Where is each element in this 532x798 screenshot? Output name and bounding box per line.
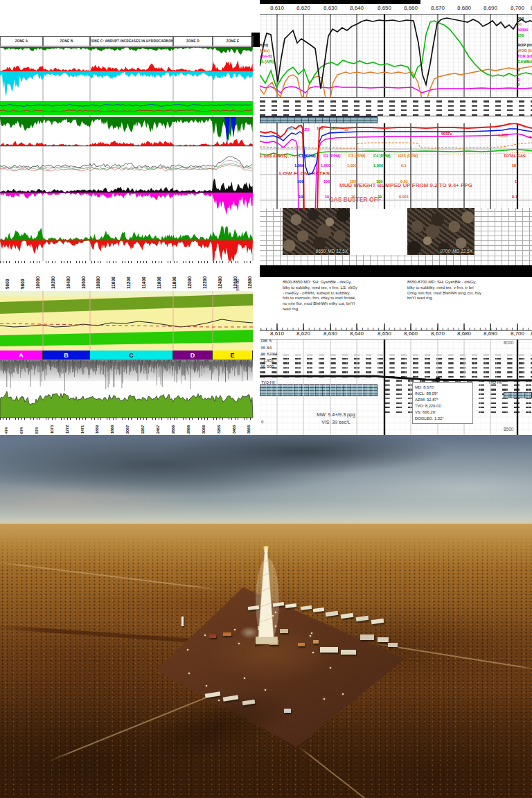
depth-marker-icon: ◄	[318, 0, 323, 4]
md-bottom-8,630: 8,630	[323, 330, 337, 337]
param-label-right: 0	[517, 73, 520, 77]
md-top-8,620: 8,620	[296, 5, 310, 11]
md-bottom-8,700: 8,700	[511, 330, 524, 337]
lag-hatch-band	[260, 97, 532, 116]
track-chromatograph-band	[0, 101, 253, 115]
cuttings-photo-8650: 8650' MD 12.5X	[283, 208, 350, 255]
pad-light	[244, 677, 245, 679]
lower-left-label: M: 500	[261, 364, 274, 369]
survey-line: TVD: 8,229.01'	[415, 403, 470, 409]
cuttings-photo-8700: 8700' MD 12.5X	[407, 208, 475, 255]
md-top-8,690: 8,690	[484, 5, 497, 11]
gas-scale-value: 1,000	[321, 163, 330, 168]
rig-structure	[181, 617, 184, 626]
rig-structure	[341, 650, 356, 655]
gas-scale-value: 0.01	[400, 179, 408, 184]
track-delta-red-down	[0, 240, 253, 263]
md-top-8,650: 8,650	[378, 5, 391, 11]
pad-light	[310, 635, 311, 637]
lower-left-label: M: 62/64	[261, 352, 277, 356]
gas-scale-value: 0.1	[401, 163, 407, 168]
lower-left-label: M: 64	[261, 346, 272, 350]
drilling-derrick	[255, 546, 283, 657]
lower-left-label: 0	[261, 420, 263, 424]
rig-structure	[209, 635, 216, 638]
lower-left-label: : 2,951	[261, 358, 274, 362]
md-bottom-8,620: 8,620	[296, 330, 310, 337]
track-red-shows-2	[0, 139, 253, 146]
lower-left-label: DB: 5	[261, 339, 272, 343]
grid-strip-left	[260, 208, 283, 255]
md-top-8,610: 8,610	[270, 5, 284, 11]
sky	[0, 435, 532, 526]
track-shale-indicator	[0, 47, 253, 55]
param-label-left: GAMMA (API)	[260, 60, 274, 64]
gas-scale-value: 1,000	[373, 163, 383, 168]
gas-curve-name: H2S (PPM)	[398, 154, 418, 158]
aerial-rig-photo	[0, 435, 532, 798]
rock-texture	[407, 208, 475, 255]
track-cyan-porosity	[0, 71, 253, 97]
gas-top-label: 100	[317, 126, 323, 130]
survey-line: DOGLEG: 1.32°	[415, 416, 470, 422]
gas-curve-name: TOTAL GAS	[504, 154, 526, 158]
gas-curve-name: C1 (PPM)	[299, 154, 316, 158]
photo-caption: 8650' MD 12.5X	[316, 249, 348, 254]
rig-structure	[284, 709, 291, 713]
pad-light	[204, 635, 206, 636]
gas-curve-name: C4 (PPM)	[373, 154, 391, 158]
lithology-description-8650-8700: 8650-8700 MD: SH: GyshBlk - drkGy, blky …	[407, 280, 482, 301]
md-bottom-8,610: 8,610	[270, 330, 284, 337]
gas-top-label: 1E5	[330, 126, 337, 130]
gas-top-label: 7	[529, 135, 531, 139]
param-label-left: WOB (klbs)	[260, 48, 269, 53]
pad-light	[311, 632, 312, 634]
track-delta-green-up	[0, 226, 253, 240]
param-label-left: TOR (klbs-ft)	[260, 54, 272, 58]
md-top-8,670: 8,670	[431, 5, 445, 11]
gas-scale-value: 10	[299, 195, 303, 199]
gas-scale-value: 10	[325, 195, 329, 199]
lithology-brick-bar	[260, 116, 378, 123]
param-label-right: 50	[517, 22, 522, 26]
param-label-left: ROP (ft/hr)	[260, 43, 268, 47]
pad-light	[238, 643, 240, 644]
md-top-8,630: 8,630	[323, 5, 337, 11]
rock-texture	[283, 208, 350, 255]
lithology-description-8600-8650: 8600-8650 MD: SH: GyshBlk - drkGy, blky …	[283, 280, 357, 312]
tvd-track	[260, 339, 532, 435]
gas-top-label: 1E5	[303, 127, 310, 132]
grid-strip-right	[475, 208, 532, 255]
md-bottom-8,680: 8,680	[457, 330, 471, 337]
gas-scale-value: 10	[378, 195, 382, 199]
md-bottom-8,660: 8,660	[404, 330, 418, 337]
md-bottom-8,640: 8,640	[350, 330, 364, 337]
rig-structure	[223, 632, 231, 636]
gas-curve-name: TOTAL GAS (UNITS)	[260, 154, 287, 158]
gas-curve-name: C2 (PPM)	[323, 154, 341, 158]
param-label-right: 0	[517, 82, 520, 87]
rig-structure	[313, 640, 319, 644]
gas-top-label: 10	[344, 127, 348, 132]
gas-scale-value: 1,000	[347, 163, 357, 168]
pad-light	[188, 673, 190, 674]
right-striplog-panel: ◄ 8,6108,6208,6308,6408,6508,6608,6708,6…	[260, 0, 532, 435]
md-top-8,680: 8,680	[457, 5, 471, 11]
rig-structure	[378, 637, 389, 642]
rig-structure	[320, 647, 338, 653]
track-rop-profile	[0, 391, 253, 418]
pad-light	[312, 652, 314, 653]
gas-scale-value: 0.1	[512, 195, 517, 199]
gas-top-label: 1,000	[498, 133, 508, 137]
survey-line: VS: 666.29'	[415, 409, 470, 416]
param-label-right: 50000	[517, 28, 529, 32]
md-bottom-8,670: 8,670	[431, 330, 445, 337]
gas-scale-value: 100	[323, 179, 330, 184]
gas-curve-name: C3 (PPM)	[348, 154, 366, 158]
survey-line: MD: 8,670'	[415, 384, 470, 391]
param-label-right: GAMMA (API)	[517, 60, 532, 64]
photo-caption: 8700' MD 12.5X	[441, 249, 472, 254]
gas-scale-value: 100	[297, 179, 303, 184]
mudlog-composite-report: ZONE AZONE BZONE C: ABRUPT INCREASES IN …	[0, 0, 532, 798]
track-oil-show-red	[0, 60, 253, 71]
